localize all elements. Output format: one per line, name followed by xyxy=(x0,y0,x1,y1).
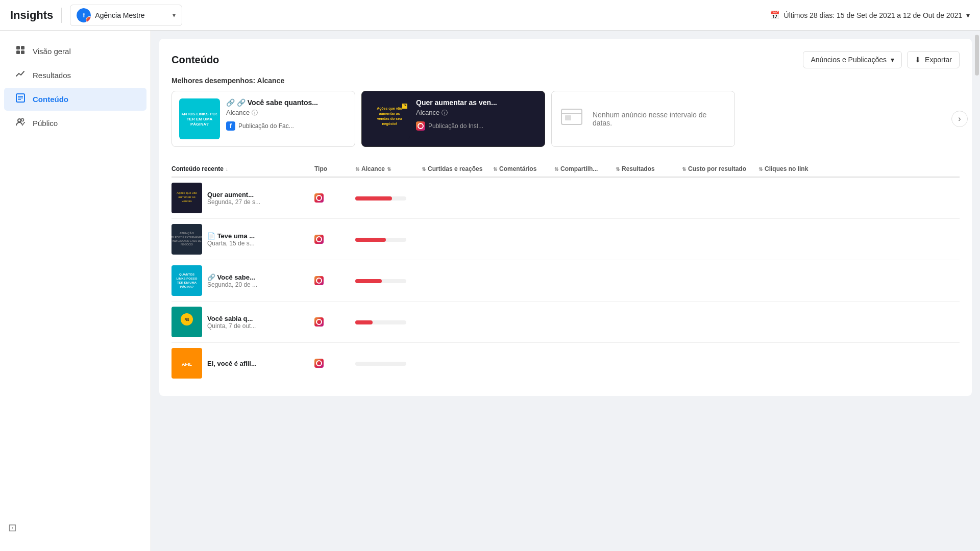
th-cliques[interactable]: ⇅ Cliques no link xyxy=(758,165,825,172)
th-compartilhamentos[interactable]: ⇅ Compartilh... xyxy=(554,165,616,172)
performer-card-1[interactable]: QUANTOS LINKS POSSO TER EM UMA PÁGINA? 🔗… xyxy=(172,91,355,147)
sort-icon-curtidas: ⇅ xyxy=(422,166,426,172)
sort-icon-compartilhamentos: ⇅ xyxy=(554,166,558,172)
header-divider xyxy=(61,8,62,23)
sidebar-collapse-icon[interactable]: ⊡ xyxy=(8,522,17,533)
svg-text:QUANTOS LINKS POSSO: QUANTOS LINKS POSSO xyxy=(182,112,217,116)
bar-bg-5 xyxy=(355,362,406,366)
svg-text:R$: R$ xyxy=(185,318,189,322)
row-content-4: R$ Você sabia q... Quinta, 7 de out... xyxy=(172,307,314,337)
row-content-1: Ações que vãoaumentar asvendas Quer aume… xyxy=(172,183,314,213)
table-row[interactable]: ATENÇÃOESTE POST É EXTREMAMENTEINDICADO … xyxy=(172,219,960,260)
app-title: Insights xyxy=(10,9,53,22)
row-thumb-3: QUANTOSLINKS POSSOTER EM UMAPÁGINA? xyxy=(172,265,202,296)
chevron-down-icon: ▾ xyxy=(173,12,176,19)
row-tipo-4 xyxy=(314,317,355,327)
sort-icon-resultados: ⇅ xyxy=(616,166,620,172)
performers-next-button[interactable]: › xyxy=(951,111,968,127)
instagram-icon-row2 xyxy=(314,235,324,244)
instagram-icon-row3 xyxy=(314,276,324,285)
svg-text:TER EM UMA: TER EM UMA xyxy=(187,117,213,121)
instagram-icon-row4 xyxy=(314,317,324,327)
grid-icon xyxy=(14,45,27,58)
th-curtidas-label: Curtidas e reações xyxy=(428,165,482,172)
sidebar-item-publico[interactable]: Público xyxy=(4,112,146,135)
sidebar-bottom: ⊡ xyxy=(8,521,17,534)
scrollbar-track[interactable] xyxy=(974,31,980,551)
svg-text:NEGÓCIO: NEGÓCIO xyxy=(181,243,193,246)
th-custo[interactable]: ⇅ Custo por resultado xyxy=(682,165,758,172)
th-tipo: Tipo xyxy=(314,165,355,172)
performer-thumb-2: Ações que vão aumentar as vendas do seu … xyxy=(369,98,410,139)
th-content[interactable]: Conteúdo recente ↓ xyxy=(172,165,314,172)
performer-card-2[interactable]: Ações que vão aumentar as vendas do seu … xyxy=(361,91,545,147)
performers-row: QUANTOS LINKS POSSO TER EM UMA PÁGINA? 🔗… xyxy=(172,91,960,147)
performer-title-2: Quer aumentar as ven... xyxy=(416,98,537,107)
row-content-5: AFIL Ei, você é afili... xyxy=(172,348,314,379)
bar-bg-2 xyxy=(355,238,406,242)
sort-icon-custo: ⇅ xyxy=(682,166,686,172)
sort-icon-alcance: ⇅ xyxy=(355,166,359,172)
content-panel: Conteúdo Anúncios e Publicações ▾ ⬇ Expo… xyxy=(159,39,972,396)
scrollbar-thumb[interactable] xyxy=(975,35,979,76)
row-text-1: Quer aument... Segunda, 27 de s... xyxy=(207,191,260,206)
row-thumb-5: AFIL xyxy=(172,348,202,379)
row-text-2: 📄 Teve uma ... Quarta, 15 de s... xyxy=(207,232,255,247)
row-title-2: 📄 Teve uma ... xyxy=(207,232,255,240)
row-alcance-5 xyxy=(355,361,422,366)
row-text-5: Ei, você é afili... xyxy=(207,360,257,367)
row-title-5: Ei, você é afili... xyxy=(207,360,257,367)
main-content: Conteúdo Anúncios e Publicações ▾ ⬇ Expo… xyxy=(151,31,980,551)
svg-text:Ações que vão: Ações que vão xyxy=(177,191,197,194)
sidebar-label-resultados: Resultados xyxy=(33,71,71,80)
account-selector[interactable]: f Agência Mestre ▾ xyxy=(70,5,182,26)
performer-metric-1: Alcance ⓘ xyxy=(226,109,348,117)
sidebar-item-conteudo[interactable]: Conteúdo xyxy=(4,88,146,111)
no-ad-icon xyxy=(559,104,584,134)
th-compartilhamentos-label: Compartilh... xyxy=(560,165,598,172)
th-resultados-label: Resultados xyxy=(622,165,655,172)
table-row[interactable]: R$ Você sabia q... Quinta, 7 de out... xyxy=(172,302,960,343)
date-range-chevron-icon: ▾ xyxy=(966,11,970,19)
row-alcance-2 xyxy=(355,237,422,242)
svg-text:PÁGINA?: PÁGINA? xyxy=(180,285,194,288)
bar-fill-2 xyxy=(355,238,386,242)
svg-rect-2 xyxy=(16,51,20,54)
row-date-4: Quinta, 7 de out... xyxy=(207,322,256,330)
table-row[interactable]: QUANTOSLINKS POSSOTER EM UMAPÁGINA? 🔗 Vo… xyxy=(172,260,960,302)
row-alcance-3 xyxy=(355,278,422,283)
table-header: Conteúdo recente ↓ Tipo ⇅ Alcance ⇅ ⇅ Cu… xyxy=(172,161,960,178)
svg-rect-23 xyxy=(565,115,571,120)
filter-dropdown-button[interactable]: Anúncios e Publicações ▾ xyxy=(803,51,902,68)
account-name: Agência Mestre xyxy=(95,11,168,19)
svg-point-8 xyxy=(18,119,21,122)
svg-rect-0 xyxy=(16,46,20,49)
export-label: Exportar xyxy=(925,56,952,64)
svg-text:Ações que vão: Ações que vão xyxy=(377,107,402,111)
th-alcance[interactable]: ⇅ Alcance ⇅ xyxy=(355,165,422,172)
th-resultados[interactable]: ⇅ Resultados xyxy=(616,165,682,172)
row-thumb-4: R$ xyxy=(172,307,202,337)
table-row[interactable]: Ações que vãoaumentar asvendas Quer aume… xyxy=(172,178,960,219)
no-ad-text: Nenhum anúncio nesse intervalo de datas. xyxy=(593,111,727,127)
instagram-icon-row5 xyxy=(314,359,324,368)
sidebar-wrapper: Visão geral Resultados xyxy=(0,40,151,544)
performer-source-2: Publicação do Inst... xyxy=(416,121,537,131)
date-range-button[interactable]: Últimos 28 dias: 15 de Set de 2021 a 12 … xyxy=(784,11,962,19)
sidebar-item-resultados[interactable]: Resultados xyxy=(4,64,146,87)
svg-rect-33 xyxy=(172,265,202,296)
table-row[interactable]: AFIL Ei, você é afili... xyxy=(172,343,960,384)
th-curtidas[interactable]: ⇅ Curtidas e reações xyxy=(422,165,493,172)
svg-text:QUANTOS: QUANTOS xyxy=(179,273,194,276)
row-text-4: Você sabia q... Quinta, 7 de out... xyxy=(207,315,256,330)
content-table: Conteúdo recente ↓ Tipo ⇅ Alcance ⇅ ⇅ Cu… xyxy=(172,161,960,384)
svg-text:vendas: vendas xyxy=(182,199,191,203)
bar-fill-1 xyxy=(355,196,392,201)
header-actions: Anúncios e Publicações ▾ ⬇ Exportar xyxy=(803,51,960,68)
th-comentarios[interactable]: ⇅ Comentários xyxy=(493,165,554,172)
performer-metric-2: Alcance ⓘ xyxy=(416,109,537,117)
instagram-icon-2 xyxy=(416,121,425,131)
export-button[interactable]: ⬇ Exportar xyxy=(907,51,960,68)
sidebar-item-visao-geral[interactable]: Visão geral xyxy=(4,40,146,63)
header-left: Insights f Agência Mestre ▾ xyxy=(10,5,182,26)
